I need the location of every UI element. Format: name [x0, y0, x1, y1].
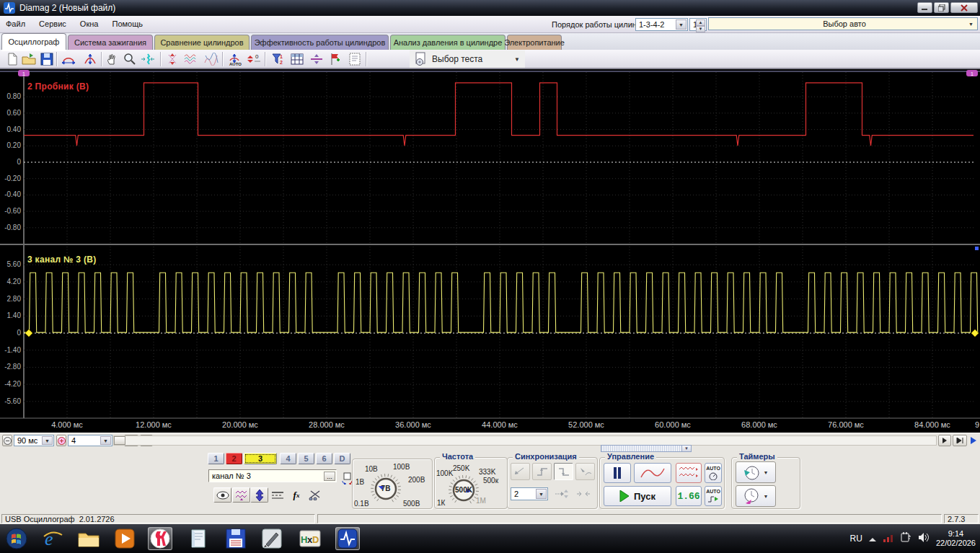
zoom-lens-button[interactable]: [121, 51, 138, 67]
channel-6-button[interactable]: 6: [316, 453, 332, 464]
start-button[interactable]: Пуск: [604, 486, 671, 506]
overlay-waves-button[interactable]: [182, 51, 200, 67]
collapse-signals-button[interactable]: [164, 51, 181, 67]
tab-cylinder-efficiency[interactable]: Эффективность работы цилиндров: [251, 35, 389, 50]
split-divider-button[interactable]: [308, 51, 325, 67]
scroll-thumb[interactable]: [114, 436, 125, 445]
network-signal-icon[interactable]: [883, 532, 894, 545]
chevron-down-icon[interactable]: ▼: [681, 446, 691, 451]
channel-4-button[interactable]: 4: [280, 453, 296, 464]
chevron-down-icon[interactable]: ▼: [536, 489, 547, 499]
zoom-horizontal-button[interactable]: [60, 51, 77, 67]
autoscale-button[interactable]: AUTO: [226, 51, 243, 67]
menu-file[interactable]: Файл: [0, 16, 31, 28]
channel-visibility-button[interactable]: [213, 487, 231, 503]
yandex-browser-icon[interactable]: [148, 527, 172, 550]
function-icon[interactable]: fx: [288, 488, 304, 503]
spin-down-icon[interactable]: ▼: [696, 26, 705, 32]
hxd-editor-icon[interactable]: HxD: [298, 527, 322, 550]
clock[interactable]: 9:14 22/02/2026: [936, 529, 976, 548]
pan-hand-button[interactable]: [103, 51, 120, 67]
backup-tool-icon[interactable]: [224, 527, 248, 550]
restore-button[interactable]: [934, 2, 949, 13]
table-button[interactable]: [288, 51, 306, 67]
trigger-marker-badge[interactable]: 1: [971, 71, 974, 76]
voltage-knob[interactable]: 7В: [370, 473, 402, 505]
filter-button[interactable]: 12: [269, 51, 286, 67]
smoothing-button[interactable]: [232, 487, 250, 503]
tab-oscilloscope[interactable]: Осциллограф: [1, 33, 66, 50]
internet-explorer-icon[interactable]: e: [40, 527, 65, 550]
sync-falling-edge-button[interactable]: [554, 463, 573, 480]
firing-order-select[interactable]: 1-3-4-2 ▼: [635, 18, 688, 31]
power-plug-icon[interactable]: [901, 532, 911, 545]
file-explorer-icon[interactable]: [76, 527, 101, 550]
notepad-icon[interactable]: [186, 527, 211, 550]
tab-pressure-analysis[interactable]: Анализ давления в цилиндре: [390, 35, 506, 50]
zero-level-button[interactable]: 0: [245, 51, 262, 67]
sync-free-run-button[interactable]: [511, 463, 530, 480]
time-scale-select[interactable]: 90 мс▼: [14, 435, 54, 446]
sync-rising-edge-button[interactable]: [532, 463, 552, 480]
scissors-icon[interactable]: [307, 488, 323, 503]
scale-minus-button[interactable]: [2, 435, 12, 446]
menu-service[interactable]: Сервис: [33, 16, 72, 28]
tray-expand-icon[interactable]: [869, 532, 876, 545]
channel-more-button[interactable]: ...: [324, 472, 335, 481]
zoom-vertical-button[interactable]: [81, 51, 99, 67]
play-forward-button[interactable]: [968, 435, 979, 446]
cylinder-spinner[interactable]: 1 ▲▼: [689, 18, 707, 31]
auto-select[interactable]: Выбор авто ▼: [708, 17, 978, 30]
notes-button[interactable]: [346, 51, 363, 67]
step-right-button[interactable]: [938, 435, 951, 446]
invert-scale-button[interactable]: [250, 487, 268, 503]
oscilloscope-display[interactable]: 0.800.600.400.200-0.20-0.40-0.60-0.805.6…: [0, 69, 980, 433]
chevron-down-icon[interactable]: ▼: [100, 436, 111, 445]
volume-icon[interactable]: [918, 532, 930, 545]
frequency-knob[interactable]: 500K: [448, 474, 480, 506]
paint-tool-icon[interactable]: [260, 527, 284, 550]
trigger-marker-badge[interactable]: 1: [22, 71, 25, 76]
menu-help[interactable]: Помощь: [106, 16, 149, 28]
channel-d-button[interactable]: D: [334, 453, 350, 464]
chevron-down-icon[interactable]: ▼: [676, 19, 687, 30]
stream-mode-button[interactable]: [676, 463, 702, 483]
new-file-button[interactable]: [4, 51, 21, 67]
auto-trigger-button[interactable]: AUTO: [705, 486, 722, 506]
record-progress-strip[interactable]: ▼: [601, 445, 692, 452]
timer-start-button[interactable]: ▼: [736, 461, 776, 483]
timer-stop-button[interactable]: ▼: [736, 485, 776, 507]
test-select-button[interactable]: Выбор теста ▼: [410, 50, 525, 68]
tab-power-supply[interactable]: Электропитание: [507, 35, 562, 50]
language-indicator[interactable]: RU: [850, 534, 862, 544]
sine-mode-button[interactable]: [634, 463, 671, 483]
minimize-button[interactable]: [917, 2, 932, 13]
channel-1-button[interactable]: 1: [208, 453, 224, 464]
chevron-down-icon[interactable]: ▼: [42, 436, 53, 445]
save-button[interactable]: [38, 51, 56, 67]
oscilloscope-app-icon[interactable]: [335, 527, 360, 550]
div-plus-button[interactable]: [56, 435, 66, 446]
channel-3-button[interactable]: 3: [244, 453, 277, 464]
channel-5-button[interactable]: 5: [298, 453, 314, 464]
marker-flag-button[interactable]: [327, 51, 344, 67]
center-trigger-icon[interactable]: [575, 487, 591, 501]
pre-trigger-icon[interactable]: [554, 487, 570, 501]
scroll-track[interactable]: [113, 435, 937, 446]
start-button[interactable]: [4, 527, 29, 550]
auto-gauge-button[interactable]: AUTO: [705, 463, 722, 483]
squeeze-signal-button[interactable]: [139, 51, 156, 67]
channel-2-button[interactable]: 2: [226, 453, 242, 464]
close-button[interactable]: [950, 2, 978, 13]
sync-manual-button[interactable]: [575, 463, 595, 480]
open-file-button[interactable]: [20, 51, 37, 67]
channel-name-input[interactable]: [208, 469, 337, 482]
go-end-button[interactable]: [953, 435, 967, 446]
grid-lines-icon[interactable]: [270, 488, 286, 503]
tab-cylinder-compare[interactable]: Сравнение цилиндров: [154, 35, 250, 50]
media-player-icon[interactable]: [112, 527, 137, 550]
divisions-select[interactable]: 4▼: [68, 435, 112, 446]
menu-windows[interactable]: Окна: [74, 16, 105, 28]
chevron-down-icon[interactable]: ▼: [966, 19, 976, 29]
two-waves-button[interactable]: [203, 51, 220, 67]
